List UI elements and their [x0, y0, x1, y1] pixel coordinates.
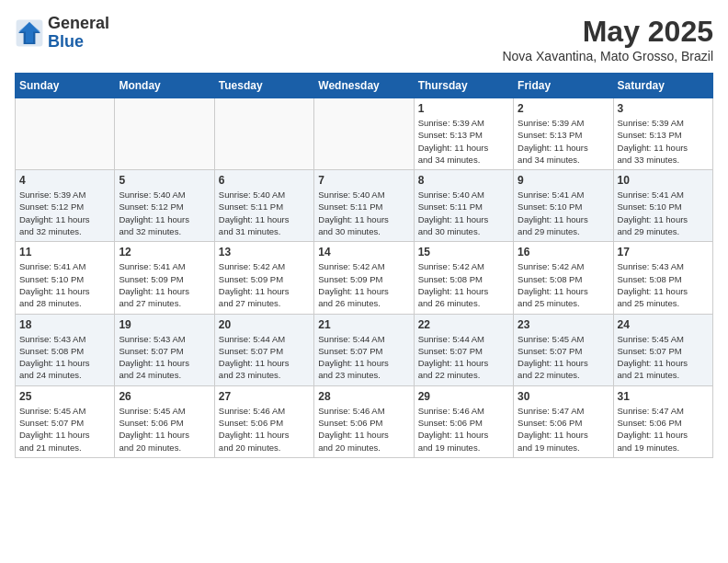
day-info: Sunrise: 5:43 AM Sunset: 5:08 PM Dayligh…	[19, 333, 110, 382]
calendar-cell: 21Sunrise: 5:44 AM Sunset: 5:07 PM Dayli…	[314, 314, 414, 385]
weekday-header: Thursday	[414, 74, 513, 98]
logo-blue-text: Blue	[48, 33, 109, 52]
day-info: Sunrise: 5:40 AM Sunset: 5:11 PM Dayligh…	[418, 189, 509, 237]
calendar-cell: 12Sunrise: 5:41 AM Sunset: 5:09 PM Dayli…	[115, 242, 214, 314]
day-info: Sunrise: 5:46 AM Sunset: 5:06 PM Dayligh…	[318, 405, 409, 454]
calendar: SundayMondayTuesdayWednesdayThursdayFrid…	[15, 73, 713, 458]
day-info: Sunrise: 5:46 AM Sunset: 5:06 PM Dayligh…	[418, 405, 509, 454]
calendar-cell: 18Sunrise: 5:43 AM Sunset: 5:08 PM Dayli…	[16, 314, 115, 385]
day-info: Sunrise: 5:47 AM Sunset: 5:06 PM Dayligh…	[618, 405, 709, 454]
day-number: 6	[219, 174, 310, 187]
weekday-header: Wednesday	[314, 74, 414, 98]
calendar-cell: 1Sunrise: 5:39 AM Sunset: 5:13 PM Daylig…	[414, 98, 513, 170]
day-info: Sunrise: 5:45 AM Sunset: 5:06 PM Dayligh…	[119, 405, 210, 454]
day-number: 25	[19, 390, 110, 403]
day-info: Sunrise: 5:44 AM Sunset: 5:07 PM Dayligh…	[418, 333, 509, 382]
day-info: Sunrise: 5:39 AM Sunset: 5:13 PM Dayligh…	[418, 117, 509, 166]
day-info: Sunrise: 5:40 AM Sunset: 5:12 PM Dayligh…	[119, 189, 210, 237]
day-info: Sunrise: 5:40 AM Sunset: 5:11 PM Dayligh…	[219, 189, 310, 237]
calendar-cell: 27Sunrise: 5:46 AM Sunset: 5:06 PM Dayli…	[214, 385, 313, 457]
calendar-week-row: 25Sunrise: 5:45 AM Sunset: 5:07 PM Dayli…	[16, 385, 713, 457]
day-info: Sunrise: 5:44 AM Sunset: 5:07 PM Dayligh…	[219, 333, 310, 382]
calendar-cell: 20Sunrise: 5:44 AM Sunset: 5:07 PM Dayli…	[214, 314, 313, 385]
day-number: 3	[618, 102, 709, 115]
calendar-cell: 14Sunrise: 5:42 AM Sunset: 5:09 PM Dayli…	[314, 242, 414, 314]
day-info: Sunrise: 5:47 AM Sunset: 5:06 PM Dayligh…	[518, 405, 609, 454]
calendar-cell: 17Sunrise: 5:43 AM Sunset: 5:08 PM Dayli…	[613, 242, 712, 314]
day-number: 26	[119, 390, 210, 403]
day-info: Sunrise: 5:45 AM Sunset: 5:07 PM Dayligh…	[518, 333, 609, 382]
title-area: May 2025 Nova Xavantina, Mato Grosso, Br…	[502, 15, 713, 63]
weekday-header: Saturday	[613, 74, 712, 98]
day-number: 11	[19, 246, 110, 259]
calendar-cell: 8Sunrise: 5:40 AM Sunset: 5:11 PM Daylig…	[414, 170, 513, 242]
calendar-cell	[314, 98, 414, 170]
day-number: 5	[119, 174, 210, 187]
calendar-week-row: 18Sunrise: 5:43 AM Sunset: 5:08 PM Dayli…	[16, 314, 713, 385]
calendar-cell	[115, 98, 214, 170]
day-number: 8	[418, 174, 509, 187]
weekday-header: Friday	[514, 74, 613, 98]
day-info: Sunrise: 5:42 AM Sunset: 5:09 PM Dayligh…	[318, 260, 409, 309]
day-number: 23	[518, 318, 609, 331]
day-number: 12	[119, 246, 210, 259]
day-info: Sunrise: 5:40 AM Sunset: 5:11 PM Dayligh…	[318, 189, 409, 237]
calendar-cell: 15Sunrise: 5:42 AM Sunset: 5:08 PM Dayli…	[414, 242, 513, 314]
calendar-cell: 10Sunrise: 5:41 AM Sunset: 5:10 PM Dayli…	[613, 170, 712, 242]
calendar-cell: 22Sunrise: 5:44 AM Sunset: 5:07 PM Dayli…	[414, 314, 513, 385]
calendar-cell: 19Sunrise: 5:43 AM Sunset: 5:07 PM Dayli…	[115, 314, 214, 385]
day-info: Sunrise: 5:41 AM Sunset: 5:10 PM Dayligh…	[518, 189, 609, 237]
day-number: 20	[219, 318, 310, 331]
logo-icon	[15, 18, 44, 48]
day-number: 22	[418, 318, 509, 331]
calendar-cell: 11Sunrise: 5:41 AM Sunset: 5:10 PM Dayli…	[16, 242, 115, 314]
day-number: 29	[418, 390, 509, 403]
calendar-week-row: 4Sunrise: 5:39 AM Sunset: 5:12 PM Daylig…	[16, 170, 713, 242]
day-number: 19	[119, 318, 210, 331]
weekday-header: Sunday	[16, 74, 115, 98]
calendar-cell: 25Sunrise: 5:45 AM Sunset: 5:07 PM Dayli…	[16, 385, 115, 457]
calendar-week-row: 1Sunrise: 5:39 AM Sunset: 5:13 PM Daylig…	[16, 98, 713, 170]
calendar-cell: 24Sunrise: 5:45 AM Sunset: 5:07 PM Dayli…	[613, 314, 712, 385]
day-number: 31	[618, 390, 709, 403]
day-info: Sunrise: 5:45 AM Sunset: 5:07 PM Dayligh…	[618, 333, 709, 382]
day-info: Sunrise: 5:39 AM Sunset: 5:13 PM Dayligh…	[518, 117, 609, 166]
day-info: Sunrise: 5:46 AM Sunset: 5:06 PM Dayligh…	[219, 405, 310, 454]
day-number: 18	[19, 318, 110, 331]
day-info: Sunrise: 5:43 AM Sunset: 5:08 PM Dayligh…	[618, 260, 709, 309]
day-info: Sunrise: 5:44 AM Sunset: 5:07 PM Dayligh…	[318, 333, 409, 382]
day-number: 13	[219, 246, 310, 259]
calendar-week-row: 11Sunrise: 5:41 AM Sunset: 5:10 PM Dayli…	[16, 242, 713, 314]
day-info: Sunrise: 5:43 AM Sunset: 5:07 PM Dayligh…	[119, 333, 210, 382]
logo: General Blue	[15, 15, 109, 52]
calendar-cell: 4Sunrise: 5:39 AM Sunset: 5:12 PM Daylig…	[16, 170, 115, 242]
weekday-header: Monday	[115, 74, 214, 98]
calendar-cell	[16, 98, 115, 170]
day-info: Sunrise: 5:42 AM Sunset: 5:08 PM Dayligh…	[418, 260, 509, 309]
day-number: 16	[518, 246, 609, 259]
calendar-cell: 6Sunrise: 5:40 AM Sunset: 5:11 PM Daylig…	[214, 170, 313, 242]
day-info: Sunrise: 5:42 AM Sunset: 5:09 PM Dayligh…	[219, 260, 310, 309]
day-number: 30	[518, 390, 609, 403]
logo-general-text: General	[48, 15, 109, 33]
calendar-cell: 2Sunrise: 5:39 AM Sunset: 5:13 PM Daylig…	[514, 98, 613, 170]
day-number: 15	[418, 246, 509, 259]
location-title: Nova Xavantina, Mato Grosso, Brazil	[502, 49, 713, 63]
calendar-cell: 26Sunrise: 5:45 AM Sunset: 5:06 PM Dayli…	[115, 385, 214, 457]
day-number: 2	[518, 102, 609, 115]
calendar-cell: 13Sunrise: 5:42 AM Sunset: 5:09 PM Dayli…	[214, 242, 313, 314]
month-title: May 2025	[502, 15, 713, 49]
calendar-cell	[214, 98, 313, 170]
day-info: Sunrise: 5:41 AM Sunset: 5:09 PM Dayligh…	[119, 260, 210, 309]
day-info: Sunrise: 5:41 AM Sunset: 5:10 PM Dayligh…	[19, 260, 110, 309]
day-number: 21	[318, 318, 409, 331]
calendar-cell: 31Sunrise: 5:47 AM Sunset: 5:06 PM Dayli…	[613, 385, 712, 457]
day-number: 4	[19, 174, 110, 187]
day-number: 10	[618, 174, 709, 187]
calendar-cell: 7Sunrise: 5:40 AM Sunset: 5:11 PM Daylig…	[314, 170, 414, 242]
page-header: General Blue May 2025 Nova Xavantina, Ma…	[15, 15, 713, 63]
day-number: 17	[618, 246, 709, 259]
calendar-cell: 30Sunrise: 5:47 AM Sunset: 5:06 PM Dayli…	[514, 385, 613, 457]
calendar-cell: 28Sunrise: 5:46 AM Sunset: 5:06 PM Dayli…	[314, 385, 414, 457]
calendar-cell: 29Sunrise: 5:46 AM Sunset: 5:06 PM Dayli…	[414, 385, 513, 457]
